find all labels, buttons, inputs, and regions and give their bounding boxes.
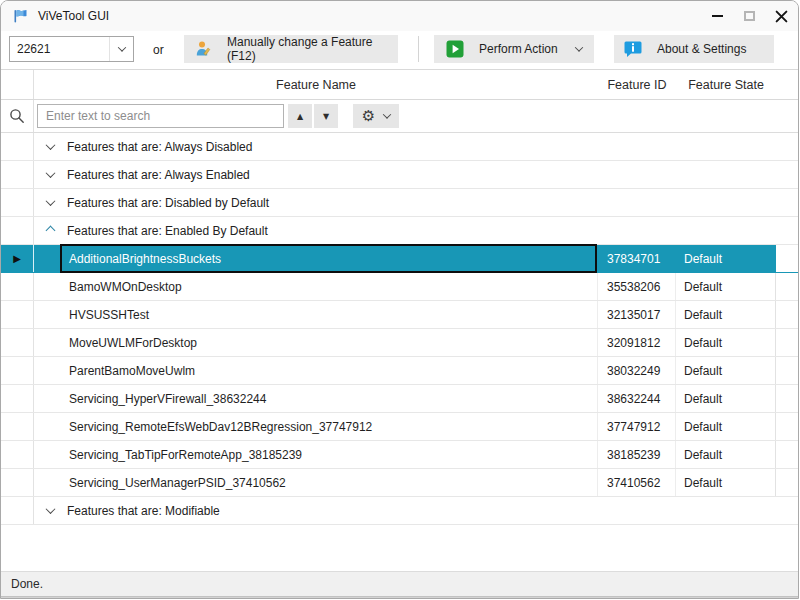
grid-empty-area xyxy=(1,525,798,572)
search-icon-cell xyxy=(1,100,34,132)
row-filler xyxy=(776,357,798,384)
feature-name-cell: Servicing_HyperVFirewall_38632244 xyxy=(34,385,598,412)
search-next-button[interactable]: ▼ xyxy=(314,104,338,128)
feature-row[interactable]: Servicing_RemoteEfsWebDav12BRegression_3… xyxy=(1,413,798,441)
feature-row[interactable]: HVSUSSHTest 32135017 Default xyxy=(1,301,798,329)
feature-name-cell: MoveUWLMForDesktop xyxy=(34,329,598,356)
feature-id-cell: 35538206 xyxy=(598,273,676,300)
grid-header-row: Feature Name Feature ID Feature State xyxy=(1,70,798,100)
build-number-combobox[interactable]: 22621 xyxy=(9,36,134,62)
chevron-down-icon[interactable] xyxy=(575,43,583,51)
row-header-cell[interactable] xyxy=(1,189,34,216)
title-bar: ViVeTool GUI xyxy=(1,1,798,31)
vivetool-window: ViVeTool GUI 22621 or Manually change a … xyxy=(0,0,799,599)
row-header-cell[interactable] xyxy=(1,217,34,244)
column-header-feature-id[interactable]: Feature ID xyxy=(598,70,676,99)
window-controls xyxy=(706,1,792,31)
feature-name-cell: HVSUSSHTest xyxy=(34,301,598,328)
feature-state-cell: Default xyxy=(676,301,776,328)
row-header-cell[interactable]: ▶ xyxy=(1,245,34,272)
feature-row[interactable]: Servicing_TabTipForRemoteApp_38185239 38… xyxy=(1,441,798,469)
feature-row[interactable]: Servicing_UserManagerPSID_37410562 37410… xyxy=(1,469,798,497)
chevron-up-icon[interactable] xyxy=(46,226,56,236)
search-options-button[interactable]: ⚙ xyxy=(353,104,399,128)
feature-state-cell: Default xyxy=(676,385,776,412)
search-row-body: ▲ ▼ ⚙ xyxy=(34,100,798,132)
feature-row[interactable]: MoveUWLMForDesktop 32091812 Default xyxy=(1,329,798,357)
feature-name-cell: Servicing_RemoteEfsWebDav12BRegression_3… xyxy=(34,413,598,440)
chevron-down-icon[interactable] xyxy=(46,168,56,178)
search-previous-button[interactable]: ▲ xyxy=(288,104,312,128)
column-header-feature-name[interactable]: Feature Name xyxy=(34,70,598,99)
group-row-enabled-by-default[interactable]: Features that are: Enabled By Default xyxy=(1,217,798,245)
window-bottom-edge xyxy=(1,596,798,599)
row-header-cell[interactable] xyxy=(1,329,34,356)
info-icon xyxy=(624,40,642,58)
row-header-cell[interactable] xyxy=(1,161,34,188)
row-header-cell[interactable] xyxy=(1,413,34,440)
app-flag-icon xyxy=(13,8,29,24)
row-header-cell[interactable] xyxy=(1,497,34,524)
maximize-icon xyxy=(744,11,755,21)
group-label: Features that are: Modifiable xyxy=(67,504,220,518)
feature-state-cell: Default xyxy=(676,413,776,440)
feature-state-cell: Default xyxy=(676,245,776,272)
group-row-always-enabled[interactable]: Features that are: Always Enabled xyxy=(1,161,798,189)
feature-state-cell: Default xyxy=(676,357,776,384)
group-label: Features that are: Enabled By Default xyxy=(67,224,268,238)
row-filler xyxy=(776,441,798,468)
feature-id-cell: 32135017 xyxy=(598,301,676,328)
row-header-cell[interactable] xyxy=(1,301,34,328)
column-header-feature-state[interactable]: Feature State xyxy=(676,70,776,99)
row-header-cell[interactable] xyxy=(1,441,34,468)
chevron-down-icon[interactable] xyxy=(46,504,56,514)
chevron-down-icon[interactable] xyxy=(46,196,56,206)
minimize-button[interactable] xyxy=(706,4,728,28)
feature-id-cell: 38185239 xyxy=(598,441,676,468)
feature-row[interactable]: ParentBamoMoveUwlm 38032249 Default xyxy=(1,357,798,385)
row-filler xyxy=(776,413,798,440)
feature-name-cell: Servicing_TabTipForRemoteApp_38185239 xyxy=(34,441,598,468)
row-header-cell[interactable] xyxy=(1,133,34,160)
manually-change-feature-button[interactable]: Manually change a Feature (F12) xyxy=(184,35,398,63)
row-header-cell[interactable] xyxy=(1,469,34,496)
chevron-down-icon xyxy=(383,110,391,118)
window-title: ViVeTool GUI xyxy=(38,9,109,23)
triangle-up-icon: ▲ xyxy=(297,112,303,121)
feature-name-cell: AdditionalBrightnessBuckets xyxy=(34,245,598,272)
row-header-cell[interactable] xyxy=(1,357,34,384)
feature-state-cell: Default xyxy=(676,273,776,300)
feature-row[interactable]: Servicing_HyperVFirewall_38632244 386322… xyxy=(1,385,798,413)
group-row-always-disabled[interactable]: Features that are: Always Disabled xyxy=(1,133,798,161)
about-settings-label: About & Settings xyxy=(657,42,746,56)
feature-state-cell: Default xyxy=(676,441,776,468)
group-row-disabled-by-default[interactable]: Features that are: Disabled by Default xyxy=(1,189,798,217)
combo-dropdown-button[interactable] xyxy=(109,37,133,61)
chevron-down-icon[interactable] xyxy=(46,140,56,150)
person-edit-icon xyxy=(194,40,212,58)
about-settings-button[interactable]: About & Settings xyxy=(614,35,774,63)
search-input[interactable] xyxy=(37,104,284,128)
toolbar: 22621 or Manually change a Feature (F12)… xyxy=(1,31,798,69)
feature-row[interactable]: BamoWMOnDesktop 35538206 Default xyxy=(1,273,798,301)
group-row-modifiable[interactable]: Features that are: Modifiable xyxy=(1,497,798,525)
row-header-cell[interactable] xyxy=(1,385,34,412)
feature-id-cell: 37747912 xyxy=(598,413,676,440)
row-filler xyxy=(776,469,798,496)
chevron-down-icon xyxy=(117,43,125,51)
toolbar-separator xyxy=(418,36,419,62)
feature-row-selected[interactable]: ▶ AdditionalBrightnessBuckets 37834701 D… xyxy=(1,245,798,273)
perform-action-button[interactable]: Perform Action xyxy=(434,35,594,63)
feature-name-cell: ParentBamoMoveUwlm xyxy=(34,357,598,384)
close-button[interactable] xyxy=(770,4,792,28)
maximize-button[interactable] xyxy=(738,4,760,28)
feature-id-cell: 37834701 xyxy=(598,245,676,272)
group-label: Features that are: Always Disabled xyxy=(67,140,252,154)
close-icon xyxy=(775,10,788,23)
feature-id-cell: 32091812 xyxy=(598,329,676,356)
feature-id-cell: 37410562 xyxy=(598,469,676,496)
feature-id-cell: 38632244 xyxy=(598,385,676,412)
row-filler xyxy=(776,301,798,328)
minimize-icon xyxy=(712,15,723,17)
row-header-cell[interactable] xyxy=(1,273,34,300)
